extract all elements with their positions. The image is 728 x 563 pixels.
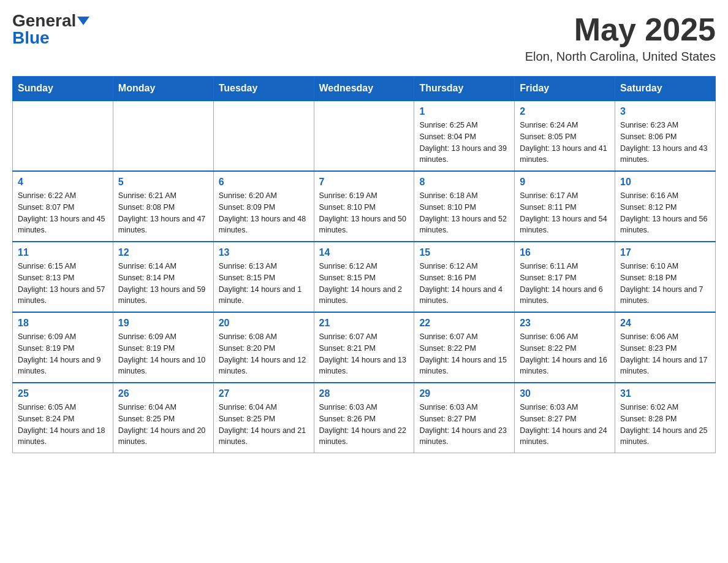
weekday-header-row: SundayMondayTuesdayWednesdayThursdayFrid…: [13, 77, 716, 101]
calendar-cell: 27Sunrise: 6:04 AM Sunset: 8:25 PM Dayli…: [213, 383, 314, 453]
calendar-cell: 9Sunrise: 6:17 AM Sunset: 8:11 PM Daylig…: [515, 171, 615, 242]
calendar-cell: 8Sunrise: 6:18 AM Sunset: 8:10 PM Daylig…: [414, 171, 515, 242]
day-info: Sunrise: 6:14 AM Sunset: 8:14 PM Dayligh…: [118, 261, 208, 307]
day-number: 24: [620, 318, 710, 329]
calendar-cell: 16Sunrise: 6:11 AM Sunset: 8:17 PM Dayli…: [515, 242, 615, 312]
day-info: Sunrise: 6:07 AM Sunset: 8:22 PM Dayligh…: [419, 331, 509, 377]
calendar-cell: 26Sunrise: 6:04 AM Sunset: 8:25 PM Dayli…: [113, 383, 213, 453]
day-number: 19: [118, 318, 208, 329]
logo-triangle-icon: [77, 17, 89, 25]
calendar-cell: 30Sunrise: 6:03 AM Sunset: 8:27 PM Dayli…: [515, 383, 615, 453]
day-info: Sunrise: 6:03 AM Sunset: 8:26 PM Dayligh…: [319, 402, 409, 448]
calendar-cell: [13, 101, 113, 171]
calendar-table: SundayMondayTuesdayWednesdayThursdayFrid…: [12, 76, 716, 453]
calendar-cell: [113, 101, 213, 171]
day-number: 27: [219, 388, 309, 399]
logo: General Blue: [12, 12, 89, 47]
calendar-cell: 5Sunrise: 6:21 AM Sunset: 8:08 PM Daylig…: [113, 171, 213, 242]
day-number: 14: [319, 247, 409, 258]
day-info: Sunrise: 6:19 AM Sunset: 8:10 PM Dayligh…: [319, 190, 409, 236]
location: Elon, North Carolina, United States: [525, 50, 716, 64]
calendar-cell: 15Sunrise: 6:12 AM Sunset: 8:16 PM Dayli…: [414, 242, 515, 312]
day-info: Sunrise: 6:03 AM Sunset: 8:27 PM Dayligh…: [419, 402, 509, 448]
day-number: 29: [419, 388, 509, 399]
day-number: 28: [319, 388, 409, 399]
day-info: Sunrise: 6:10 AM Sunset: 8:18 PM Dayligh…: [620, 261, 710, 307]
day-number: 12: [118, 247, 208, 258]
day-number: 20: [219, 318, 309, 329]
day-number: 17: [620, 247, 710, 258]
calendar-cell: 13Sunrise: 6:13 AM Sunset: 8:15 PM Dayli…: [213, 242, 314, 312]
day-number: 1: [419, 106, 509, 117]
page-header: General Blue May 2025 Elon, North Caroli…: [12, 12, 716, 64]
calendar-cell: 25Sunrise: 6:05 AM Sunset: 8:24 PM Dayli…: [13, 383, 113, 453]
calendar-cell: 11Sunrise: 6:15 AM Sunset: 8:13 PM Dayli…: [13, 242, 113, 312]
weekday-header-saturday: Saturday: [615, 77, 716, 101]
day-number: 30: [520, 388, 610, 399]
calendar-cell: [314, 101, 414, 171]
month-title: May 2025: [525, 12, 716, 47]
day-number: 7: [319, 177, 409, 188]
day-number: 22: [419, 318, 509, 329]
calendar-cell: 7Sunrise: 6:19 AM Sunset: 8:10 PM Daylig…: [314, 171, 414, 242]
calendar-cell: 18Sunrise: 6:09 AM Sunset: 8:19 PM Dayli…: [13, 312, 113, 383]
calendar-cell: 28Sunrise: 6:03 AM Sunset: 8:26 PM Dayli…: [314, 383, 414, 453]
day-number: 31: [620, 388, 710, 399]
day-number: 16: [520, 247, 610, 258]
calendar-cell: 1Sunrise: 6:25 AM Sunset: 8:04 PM Daylig…: [414, 101, 515, 171]
weekday-header-tuesday: Tuesday: [213, 77, 314, 101]
calendar-cell: 23Sunrise: 6:06 AM Sunset: 8:22 PM Dayli…: [515, 312, 615, 383]
logo-blue: Blue: [12, 29, 50, 47]
weekday-header-monday: Monday: [113, 77, 213, 101]
day-number: 8: [419, 177, 509, 188]
day-info: Sunrise: 6:09 AM Sunset: 8:19 PM Dayligh…: [18, 331, 108, 377]
calendar-cell: 2Sunrise: 6:24 AM Sunset: 8:05 PM Daylig…: [515, 101, 615, 171]
day-number: 18: [18, 318, 108, 329]
day-info: Sunrise: 6:06 AM Sunset: 8:23 PM Dayligh…: [620, 331, 710, 377]
day-number: 3: [620, 106, 710, 117]
day-info: Sunrise: 6:22 AM Sunset: 8:07 PM Dayligh…: [18, 190, 108, 236]
day-number: 5: [118, 177, 208, 188]
day-info: Sunrise: 6:03 AM Sunset: 8:27 PM Dayligh…: [520, 402, 610, 448]
week-row-3: 11Sunrise: 6:15 AM Sunset: 8:13 PM Dayli…: [13, 242, 716, 312]
day-info: Sunrise: 6:12 AM Sunset: 8:16 PM Dayligh…: [419, 261, 509, 307]
day-info: Sunrise: 6:04 AM Sunset: 8:25 PM Dayligh…: [219, 402, 309, 448]
day-number: 10: [620, 177, 710, 188]
calendar-cell: 4Sunrise: 6:22 AM Sunset: 8:07 PM Daylig…: [13, 171, 113, 242]
day-info: Sunrise: 6:21 AM Sunset: 8:08 PM Dayligh…: [118, 190, 208, 236]
day-info: Sunrise: 6:02 AM Sunset: 8:28 PM Dayligh…: [620, 402, 710, 448]
calendar-cell: 3Sunrise: 6:23 AM Sunset: 8:06 PM Daylig…: [615, 101, 716, 171]
calendar-cell: 19Sunrise: 6:09 AM Sunset: 8:19 PM Dayli…: [113, 312, 213, 383]
weekday-header-sunday: Sunday: [13, 77, 113, 101]
day-number: 11: [18, 247, 108, 258]
day-info: Sunrise: 6:15 AM Sunset: 8:13 PM Dayligh…: [18, 261, 108, 307]
logo-general: General: [12, 12, 76, 29]
calendar-cell: 20Sunrise: 6:08 AM Sunset: 8:20 PM Dayli…: [213, 312, 314, 383]
day-number: 23: [520, 318, 610, 329]
day-info: Sunrise: 6:20 AM Sunset: 8:09 PM Dayligh…: [219, 190, 309, 236]
calendar-cell: 24Sunrise: 6:06 AM Sunset: 8:23 PM Dayli…: [615, 312, 716, 383]
day-number: 21: [319, 318, 409, 329]
day-info: Sunrise: 6:18 AM Sunset: 8:10 PM Dayligh…: [419, 190, 509, 236]
day-info: Sunrise: 6:25 AM Sunset: 8:04 PM Dayligh…: [419, 120, 509, 166]
calendar-cell: 17Sunrise: 6:10 AM Sunset: 8:18 PM Dayli…: [615, 242, 716, 312]
calendar-cell: 22Sunrise: 6:07 AM Sunset: 8:22 PM Dayli…: [414, 312, 515, 383]
calendar-cell: 29Sunrise: 6:03 AM Sunset: 8:27 PM Dayli…: [414, 383, 515, 453]
day-info: Sunrise: 6:04 AM Sunset: 8:25 PM Dayligh…: [118, 402, 208, 448]
day-info: Sunrise: 6:23 AM Sunset: 8:06 PM Dayligh…: [620, 120, 710, 166]
day-info: Sunrise: 6:08 AM Sunset: 8:20 PM Dayligh…: [219, 331, 309, 377]
day-info: Sunrise: 6:06 AM Sunset: 8:22 PM Dayligh…: [520, 331, 610, 377]
day-number: 9: [520, 177, 610, 188]
day-number: 13: [219, 247, 309, 258]
weekday-header-wednesday: Wednesday: [314, 77, 414, 101]
weekday-header-friday: Friday: [515, 77, 615, 101]
weekday-header-thursday: Thursday: [414, 77, 515, 101]
day-info: Sunrise: 6:09 AM Sunset: 8:19 PM Dayligh…: [118, 331, 208, 377]
day-info: Sunrise: 6:16 AM Sunset: 8:12 PM Dayligh…: [620, 190, 710, 236]
day-number: 25: [18, 388, 108, 399]
day-info: Sunrise: 6:05 AM Sunset: 8:24 PM Dayligh…: [18, 402, 108, 448]
week-row-1: 1Sunrise: 6:25 AM Sunset: 8:04 PM Daylig…: [13, 101, 716, 171]
calendar-cell: 21Sunrise: 6:07 AM Sunset: 8:21 PM Dayli…: [314, 312, 414, 383]
calendar-cell: 14Sunrise: 6:12 AM Sunset: 8:15 PM Dayli…: [314, 242, 414, 312]
week-row-2: 4Sunrise: 6:22 AM Sunset: 8:07 PM Daylig…: [13, 171, 716, 242]
